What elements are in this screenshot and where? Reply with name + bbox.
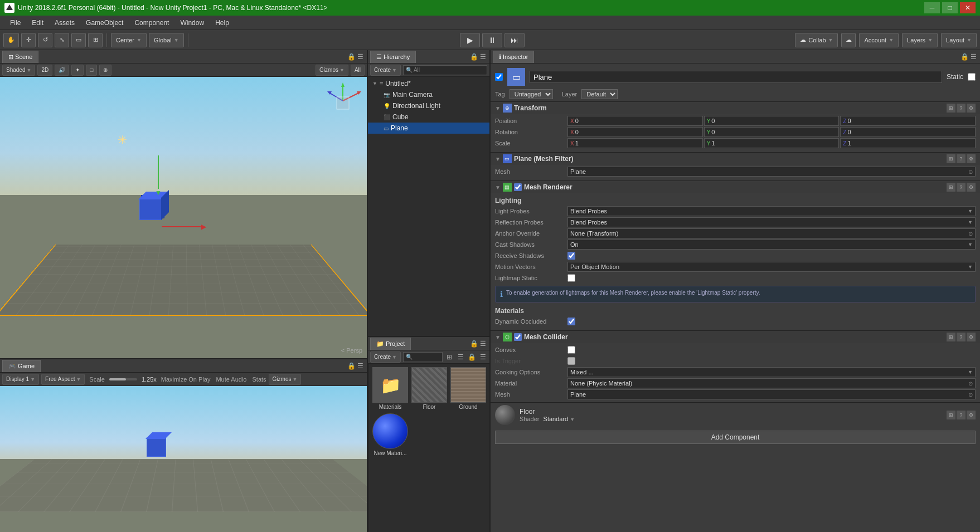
pause-button[interactable]: ⏸ <box>482 33 502 47</box>
project-tab[interactable]: 📁 Project <box>370 338 411 350</box>
game-tab[interactable]: 🎮 Game <box>2 360 41 372</box>
proj-menu-icon[interactable]: ☰ <box>478 339 487 348</box>
game-viewport[interactable] <box>0 386 367 532</box>
close-button[interactable]: ✕ <box>960 2 976 13</box>
menu-edit[interactable]: Edit <box>26 18 49 28</box>
proj-icon4[interactable]: ☰ <box>478 353 487 362</box>
meshcollider-tool1[interactable]: ⊞ <box>947 333 955 341</box>
view-2d-button[interactable]: 2D <box>37 65 52 76</box>
pos-z-field[interactable]: Z0 <box>840 116 976 126</box>
mesh-renderer-header[interactable]: ▼ ▤ Mesh Renderer ⊞ ? ⚙ <box>491 181 980 193</box>
lightmap-static-checkbox[interactable] <box>567 274 575 282</box>
scale-slider[interactable] <box>109 378 137 380</box>
effects-button[interactable]: ✦ <box>71 65 84 76</box>
meshcollider-tool2[interactable]: ? <box>957 333 966 341</box>
meshfilter-tool3[interactable]: ⚙ <box>967 154 976 163</box>
hier-create-btn[interactable]: Create ▼ <box>370 65 401 76</box>
convex-checkbox[interactable] <box>567 346 575 354</box>
menu-help[interactable]: Help <box>210 18 235 28</box>
meshcollider-enable-checkbox[interactable] <box>514 333 522 341</box>
tool-move[interactable]: ✛ <box>21 33 36 47</box>
dynamic-occluded-checkbox[interactable] <box>567 318 575 325</box>
hierarchy-tab[interactable]: ☰ Hierarchy <box>370 51 416 63</box>
floor-mat-tool3[interactable]: ⚙ <box>967 411 976 419</box>
hier-item-plane[interactable]: ▭ Plane <box>368 123 489 134</box>
menu-file[interactable]: File <box>4 18 26 28</box>
scene-viewport[interactable]: ✳ <box>0 77 367 358</box>
asset-ground[interactable]: Ground <box>450 367 486 410</box>
meshrenderer-tool2[interactable]: ? <box>957 183 966 192</box>
scene-extra-btn2[interactable]: ⊕ <box>99 65 111 76</box>
global-dropdown[interactable]: Global ▼ <box>149 33 184 47</box>
hier-item-camera[interactable]: 📷 Main Camera <box>368 89 489 100</box>
mesh-value[interactable]: Plane ⊙ <box>567 167 976 177</box>
motion-vectors-dropdown[interactable]: Per Object Motion ▼ <box>567 262 976 272</box>
proj-icon1[interactable]: ⊞ <box>445 353 454 362</box>
object-enable-checkbox[interactable] <box>495 73 503 81</box>
static-checkbox[interactable] <box>968 73 976 81</box>
gizmos-dropdown[interactable]: Gizmos ▼ <box>316 65 348 76</box>
shader-value-dropdown[interactable]: Standard ▼ <box>544 416 575 422</box>
asset-materials-folder[interactable]: 📁 Materials <box>372 367 408 410</box>
scale-x-field[interactable]: X1 <box>567 138 703 148</box>
proj-icon3[interactable]: 🔒 <box>467 353 476 362</box>
display-dropdown[interactable]: Display 1 ▼ <box>2 374 39 385</box>
meshcollider-tool3[interactable]: ⚙ <box>967 333 976 341</box>
cloud-icon-button[interactable]: ☁ <box>841 33 856 47</box>
object-name-field[interactable] <box>530 71 942 83</box>
cooking-options-dropdown[interactable]: Mixed ... ▼ <box>567 367 976 377</box>
shading-dropdown[interactable]: Shaded ▼ <box>2 65 35 76</box>
menu-window[interactable]: Window <box>174 18 210 28</box>
meshfilter-tool1[interactable]: ⊞ <box>947 154 955 163</box>
layout-dropdown[interactable]: Layout ▼ <box>941 33 977 47</box>
collab-dropdown[interactable]: ☁ Collab ▼ <box>795 33 838 47</box>
menu-assets[interactable]: Assets <box>49 18 80 28</box>
all-label-btn[interactable]: All <box>351 65 365 76</box>
rot-z-field[interactable]: Z0 <box>840 127 976 137</box>
minimize-button[interactable]: ─ <box>924 2 940 13</box>
mesh-collider-header[interactable]: ▼ ⬡ Mesh Collider ⊞ ? ⚙ <box>491 331 980 343</box>
receive-shadows-checkbox[interactable] <box>567 252 575 260</box>
layers-dropdown[interactable]: Layers ▼ <box>902 33 938 47</box>
hier-search[interactable]: 🔍 All <box>403 65 487 75</box>
meshrenderer-enable-checkbox[interactable] <box>514 183 522 191</box>
transform-tool1[interactable]: ⊞ <box>947 104 955 113</box>
aspect-dropdown[interactable]: Free Aspect ▼ <box>41 374 85 385</box>
maximize-button[interactable]: □ <box>942 2 958 13</box>
cast-shadows-dropdown[interactable]: On ▼ <box>567 240 976 250</box>
play-button[interactable]: ▶ <box>460 33 480 47</box>
game-menu-icon[interactable]: ☰ <box>356 362 365 370</box>
is-trigger-checkbox[interactable] <box>567 357 575 365</box>
hier-item-light[interactable]: 💡 Directional Light <box>368 100 489 111</box>
tag-dropdown[interactable]: Untagged <box>510 89 553 99</box>
hier-item-cube[interactable]: ⬛ Cube <box>368 111 489 123</box>
scene-menu-icon[interactable]: ☰ <box>356 52 365 61</box>
inspector-tab[interactable]: ℹ Inspector <box>493 51 534 63</box>
hier-item-scene[interactable]: ▼ ≡ Untitled* <box>368 78 489 89</box>
proj-icon2[interactable]: ☰ <box>456 353 465 362</box>
tool-rect[interactable]: ▭ <box>71 33 86 47</box>
hier-menu-icon[interactable]: ☰ <box>478 52 487 61</box>
scene-lock-icon[interactable]: 🔒 <box>347 52 356 61</box>
light-probes-dropdown[interactable]: Blend Probes ▼ <box>567 206 976 216</box>
transform-tool3[interactable]: ⚙ <box>967 104 976 113</box>
scale-y-field[interactable]: Y1 <box>704 138 840 148</box>
stats-label[interactable]: Stats <box>252 376 266 383</box>
layer-dropdown[interactable]: Default <box>581 89 618 99</box>
mesh-filter-header[interactable]: ▼ ▭ Plane (Mesh Filter) ⊞ ? ⚙ <box>491 153 980 165</box>
menu-component[interactable]: Component <box>129 18 174 28</box>
tool-multi[interactable]: ⊞ <box>88 33 103 47</box>
floor-mat-tool1[interactable]: ⊞ <box>947 411 955 419</box>
tool-rotate[interactable]: ↺ <box>38 33 52 47</box>
tool-scale[interactable]: ⤡ <box>55 33 69 47</box>
tool-hand[interactable]: ✋ <box>3 33 19 47</box>
pos-y-field[interactable]: Y0 <box>704 116 840 126</box>
insp-menu-icon[interactable]: ☰ <box>969 52 978 61</box>
floor-mat-tool2[interactable]: ? <box>957 411 966 419</box>
center-dropdown[interactable]: Center ▼ <box>111 33 147 47</box>
insp-lock-icon[interactable]: 🔒 <box>960 52 969 61</box>
collider-material-dropdown[interactable]: None (Physic Material) ⊙ <box>567 378 976 388</box>
transform-tool2[interactable]: ? <box>957 104 966 113</box>
proj-lock-icon[interactable]: 🔒 <box>469 339 478 348</box>
meshfilter-tool2[interactable]: ? <box>957 154 966 163</box>
